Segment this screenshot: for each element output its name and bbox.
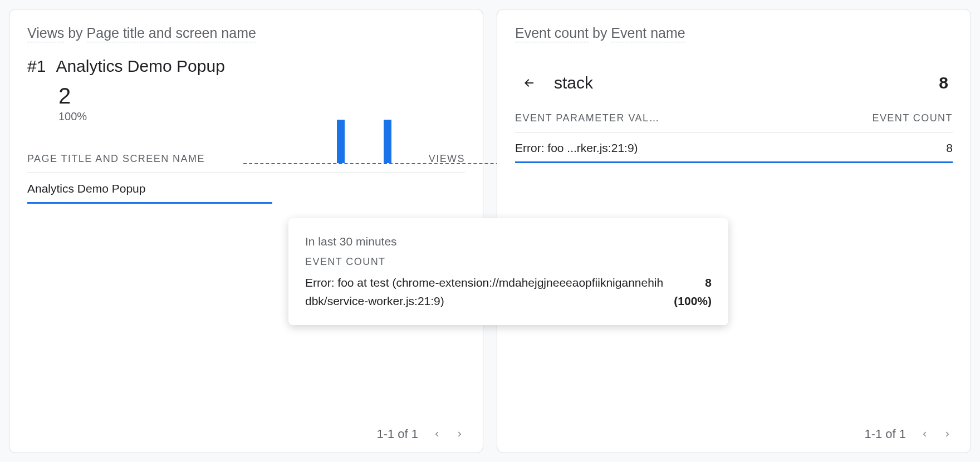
arrow-left-icon xyxy=(520,76,538,90)
chevron-right-icon xyxy=(455,429,465,440)
views-card-title: Views by Page title and screen name xyxy=(27,25,465,41)
views-pager: 1-1 of 1 xyxy=(27,418,465,441)
event-card-title: Event count by Event name xyxy=(515,25,953,41)
back-button[interactable] xyxy=(520,76,538,90)
views-table-row[interactable]: Analytics Demo Popup xyxy=(27,173,272,204)
views-next-button[interactable] xyxy=(455,429,465,439)
event-pager: 1-1 of 1 xyxy=(515,418,953,441)
event-name: stack xyxy=(554,73,593,92)
tooltip-timerange: In last 30 minutes xyxy=(305,233,712,251)
event-nav: stack 8 xyxy=(515,70,953,96)
event-dimension-link[interactable]: Event name xyxy=(611,25,685,42)
views-row-label: Analytics Demo Popup xyxy=(27,182,145,195)
event-prev-button[interactable] xyxy=(919,429,929,439)
tooltip-metric-header: EVENT COUNT xyxy=(305,254,712,270)
event-total: 8 xyxy=(939,73,948,92)
metric-value: 2 xyxy=(58,85,465,107)
event-metric-link[interactable]: Event count xyxy=(515,25,589,42)
views-col-dimension: PAGE TITLE AND SCREEN NAME xyxy=(27,153,205,165)
views-pager-text: 1-1 of 1 xyxy=(376,427,418,441)
hover-tooltip: In last 30 minutes EVENT COUNT Error: fo… xyxy=(288,218,728,325)
event-next-button[interactable] xyxy=(943,429,953,439)
rank-title: Analytics Demo Popup xyxy=(56,57,225,76)
tooltip-description: Error: foo at test (chrome-extension://m… xyxy=(305,274,666,310)
event-col-count: EVENT COUNT xyxy=(872,112,953,124)
event-pager-text: 1-1 of 1 xyxy=(864,427,906,441)
views-metric-link[interactable]: Views xyxy=(27,25,64,42)
event-row-label: Error: foo ...rker.js:21:9) xyxy=(515,141,638,155)
views-prev-button[interactable] xyxy=(432,429,442,439)
chevron-left-icon xyxy=(919,429,929,440)
tooltip-value: 8 (100%) xyxy=(674,274,712,310)
event-row-value: 8 xyxy=(946,141,953,155)
chevron-left-icon xyxy=(432,429,442,440)
metric-block: 2 100% xyxy=(58,85,465,123)
views-dimension-link[interactable]: Page title and screen name xyxy=(87,25,256,42)
event-table-header: EVENT PARAMETER VAL… EVENT COUNT xyxy=(515,109,953,132)
event-table-row[interactable]: Error: foo ...rker.js:21:9) 8 xyxy=(515,132,953,163)
top-item-row: #1 Analytics Demo Popup xyxy=(27,57,465,76)
rank-number: #1 xyxy=(27,57,46,76)
event-col-param: EVENT PARAMETER VAL… xyxy=(515,112,660,124)
chevron-right-icon xyxy=(943,429,953,440)
sparkline-chart xyxy=(243,121,522,164)
